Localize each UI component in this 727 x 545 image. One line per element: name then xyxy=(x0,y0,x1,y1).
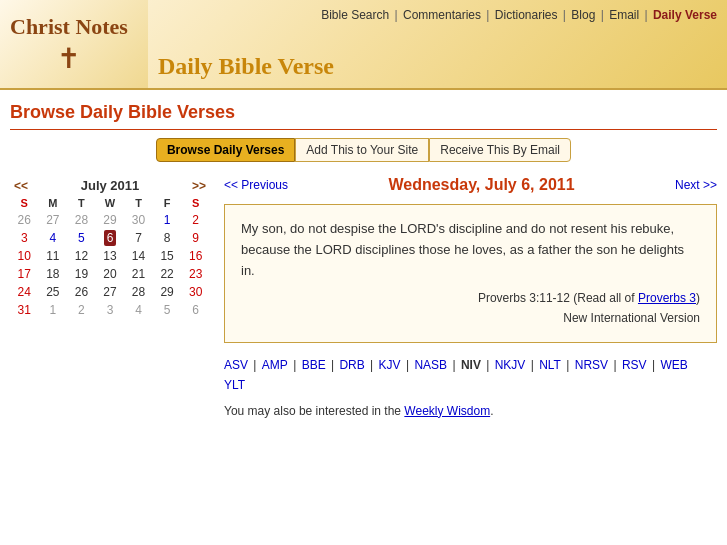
content-area: << July 2011 >> S M T W T F S xyxy=(10,176,717,418)
site-header: Christ Notes ✝ Bible Search | Commentari… xyxy=(0,0,727,90)
calendar-day[interactable]: 6 xyxy=(96,229,125,247)
top-nav: Bible Search | Commentaries | Dictionari… xyxy=(158,8,717,22)
weekly-wisdom-link[interactable]: Weekly Wisdom xyxy=(404,404,490,418)
version-link[interactable]: DRB xyxy=(339,358,364,372)
verse-ref-end: ) xyxy=(696,291,700,305)
verse-reference: Proverbs 3:11-12 (Read all of Proverbs 3… xyxy=(241,289,700,308)
footer-note-text: You may also be interested in the xyxy=(224,404,404,418)
calendar-day: 19 xyxy=(67,265,96,283)
calendar-day: 22 xyxy=(153,265,182,283)
calendar-day[interactable]: 28 xyxy=(67,211,96,229)
footer-note-end: . xyxy=(490,404,493,418)
version-link[interactable]: WEB xyxy=(660,358,687,372)
calendar-day[interactable]: 1 xyxy=(153,211,182,229)
calendar-day[interactable]: 2 xyxy=(181,211,210,229)
calendar-day[interactable]: 4 xyxy=(39,229,68,247)
calendar-day: 7 xyxy=(124,229,153,247)
nav-blog[interactable]: Blog xyxy=(571,8,595,22)
version-link[interactable]: NASB xyxy=(414,358,447,372)
verse-ref-link[interactable]: Proverbs 3 xyxy=(638,291,696,305)
cal-day-header-thu: T xyxy=(124,195,153,211)
calendar-table: S M T W T F S 26272829301234567891011121… xyxy=(10,195,210,319)
calendar-day[interactable]: 5 xyxy=(67,229,96,247)
header-right: Bible Search | Commentaries | Dictionari… xyxy=(148,0,727,88)
calendar-day: 18 xyxy=(39,265,68,283)
verse-prev-link[interactable]: << Previous xyxy=(224,178,288,192)
cal-day-header-sun: S xyxy=(10,195,39,211)
calendar-day: 10 xyxy=(10,247,39,265)
verse-date: Wednesday, July 6, 2011 xyxy=(388,176,574,194)
verse-next-link[interactable]: Next >> xyxy=(675,178,717,192)
cal-day-header-mon: M xyxy=(39,195,68,211)
nav-email[interactable]: Email xyxy=(609,8,639,22)
calendar-day: 3 xyxy=(96,301,125,319)
version-link[interactable]: KJV xyxy=(379,358,401,372)
calendar-day[interactable]: 3 xyxy=(10,229,39,247)
version-link[interactable]: NLT xyxy=(539,358,561,372)
calendar-day: 24 xyxy=(10,283,39,301)
calendar-day: 21 xyxy=(124,265,153,283)
nav-daily-verse[interactable]: Daily Verse xyxy=(653,8,717,22)
calendar-day: 6 xyxy=(181,301,210,319)
calendar-day: 30 xyxy=(181,283,210,301)
calendar-day: 16 xyxy=(181,247,210,265)
cal-day-header-wed: W xyxy=(96,195,125,211)
version-link[interactable]: BBE xyxy=(302,358,326,372)
version-link[interactable]: ASV xyxy=(224,358,248,372)
verse-area: << Previous Wednesday, July 6, 2011 Next… xyxy=(224,176,717,418)
section-title: Browse Daily Bible Verses xyxy=(10,90,717,130)
tab-bar: Browse Daily Verses Add This to Your Sit… xyxy=(10,138,717,162)
page-title: Daily Bible Verse xyxy=(158,53,717,80)
calendar-next-button[interactable]: >> xyxy=(192,179,206,193)
calendar-day: 12 xyxy=(67,247,96,265)
calendar-day: 13 xyxy=(96,247,125,265)
calendar-day: 23 xyxy=(181,265,210,283)
calendar-day: 9 xyxy=(181,229,210,247)
calendar-day: 14 xyxy=(124,247,153,265)
calendar-day: 29 xyxy=(153,283,182,301)
version-link[interactable]: NKJV xyxy=(495,358,526,372)
version-link[interactable]: YLT xyxy=(224,378,245,392)
calendar-day[interactable]: 29 xyxy=(96,211,125,229)
tab-browse-daily-verses[interactable]: Browse Daily Verses xyxy=(156,138,295,162)
calendar-day[interactable]: 27 xyxy=(39,211,68,229)
calendar-day[interactable]: 26 xyxy=(10,211,39,229)
verse-text: My son, do not despise the LORD's discip… xyxy=(241,219,700,281)
cal-day-header-tue: T xyxy=(67,195,96,211)
cal-day-header-fri: F xyxy=(153,195,182,211)
calendar-day: 17 xyxy=(10,265,39,283)
calendar-day: 25 xyxy=(39,283,68,301)
calendar-day: 8 xyxy=(153,229,182,247)
nav-dictionaries[interactable]: Dictionaries xyxy=(495,8,558,22)
verse-ref-text: Proverbs 3:11-12 (Read all of xyxy=(478,291,638,305)
version-link[interactable]: AMP xyxy=(262,358,288,372)
calendar-header: << July 2011 >> xyxy=(10,176,210,195)
calendar-day: 1 xyxy=(39,301,68,319)
calendar-day: 31 xyxy=(10,301,39,319)
logo-text: Christ Notes xyxy=(10,14,128,40)
calendar-prev-button[interactable]: << xyxy=(14,179,28,193)
tab-receive-by-email[interactable]: Receive This By Email xyxy=(429,138,571,162)
calendar-day: 15 xyxy=(153,247,182,265)
nav-bible-search[interactable]: Bible Search xyxy=(321,8,389,22)
cross-icon: ✝ xyxy=(57,42,80,75)
nav-commentaries[interactable]: Commentaries xyxy=(403,8,481,22)
version-link[interactable]: NRSV xyxy=(575,358,608,372)
calendar-day[interactable]: 30 xyxy=(124,211,153,229)
main-content: Browse Daily Bible Verses Browse Daily V… xyxy=(0,90,727,428)
calendar-day: 26 xyxy=(67,283,96,301)
version-active: NIV xyxy=(461,358,481,372)
cal-day-header-sat: S xyxy=(181,195,210,211)
logo-area: Christ Notes ✝ xyxy=(0,0,148,88)
tab-add-to-site[interactable]: Add This to Your Site xyxy=(295,138,429,162)
calendar-day: 2 xyxy=(67,301,96,319)
calendar-month-year: July 2011 xyxy=(81,178,140,193)
calendar-day: 5 xyxy=(153,301,182,319)
calendar-day: 11 xyxy=(39,247,68,265)
calendar-day: 27 xyxy=(96,283,125,301)
version-link[interactable]: RSV xyxy=(622,358,647,372)
calendar-day: 4 xyxy=(124,301,153,319)
verse-version: New International Version xyxy=(241,309,700,328)
verse-navigation: << Previous Wednesday, July 6, 2011 Next… xyxy=(224,176,717,194)
version-links: ASV | AMP | BBE | DRB | KJV | NASB | NIV… xyxy=(224,355,717,396)
